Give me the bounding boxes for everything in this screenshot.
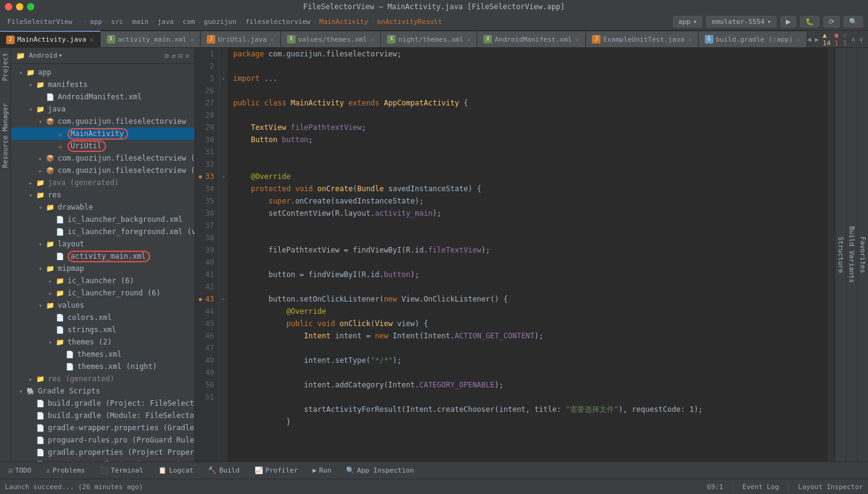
sync-icon[interactable]: ⇄ — [171, 51, 175, 60]
tab-close-icon[interactable]: ✕ — [575, 36, 579, 43]
favorites-tab[interactable]: Favorites — [857, 48, 868, 462]
terminal-btn[interactable]: ⬛ Terminal — [96, 465, 147, 476]
tab-values-themes[interactable]: X values/themes.xml ✕ — [281, 31, 382, 47]
tab-night-themes[interactable]: X night/themes.xml ✕ — [381, 31, 477, 47]
tree-item-values[interactable]: ▾ 📁 values — [11, 299, 194, 311]
logcat-btn[interactable]: 📋 Logcat — [155, 465, 198, 476]
search-button[interactable]: 🔍 — [843, 16, 863, 28]
todo-btn[interactable]: ☑ TODO — [5, 465, 35, 476]
structure-tab[interactable]: Structure — [835, 48, 846, 462]
project-tab[interactable]: Project — [0, 48, 10, 86]
app-inspection-btn[interactable]: 🔍 App Inspection — [342, 465, 418, 476]
fold-onclick[interactable]: ▾ — [220, 293, 228, 305]
tab-uriutil[interactable]: J UriUtil.java ✕ — [201, 31, 281, 47]
cog-icon[interactable]: ⚙ — [164, 51, 169, 60]
tree-item-build-gradle-project[interactable]: 📄 build.gradle (Project: FileSelectorVie — [11, 397, 194, 409]
tab-close-icon[interactable]: ✕ — [271, 36, 274, 43]
tree-item-java[interactable]: ▾ 📁 java — [11, 103, 194, 115]
build-btn[interactable]: 🔨 Build — [204, 465, 243, 476]
tree-item-colors[interactable]: 📄 colors.xml — [11, 311, 194, 324]
tree-item-ic-background[interactable]: 📄 ic_launcher_background.xml — [11, 213, 194, 226]
breadcrumb-mainactivity[interactable]: MainActivity — [320, 18, 368, 26]
tree-item-themes-xml[interactable]: 📄 themes.xml — [11, 348, 194, 360]
code-content[interactable]: package com.guozijun.fileselectorview; i… — [228, 48, 828, 462]
resource-manager-tab[interactable]: Resource Manager — [0, 98, 10, 173]
tree-item-mipmap[interactable]: ▾ 📁 mipmap — [11, 262, 194, 275]
tree-item-gradle-wrapper[interactable]: 📄 gradle-wrapper.properties (Gradle V — [11, 422, 194, 434]
tree-item-ic-launcher[interactable]: ▸ 📁 ic_launcher (6) — [11, 275, 194, 287]
breadcrumb-java[interactable]: java — [158, 18, 174, 26]
expand-icon[interactable]: ∨ — [859, 36, 863, 44]
tree-item-proguard[interactable]: 📄 proguard-rules.pro (ProGuard Rules — [11, 434, 194, 446]
tree-item-gradle-properties[interactable]: 📄 gradle.properties (Project Properties — [11, 446, 194, 458]
tree-item-package-te[interactable]: ▸ 📦 com.guozijun.fileselectorview (te — [11, 164, 194, 177]
tab-exampleunit[interactable]: J ExampleUnitTest.java ✕ — [586, 31, 698, 47]
tab-close-icon[interactable]: ✕ — [190, 36, 194, 43]
tree-item-res[interactable]: ▾ 📁 res — [11, 189, 194, 201]
emulator-dropdown[interactable]: emulator-5554 ▾ — [706, 16, 777, 28]
scroll-gutter[interactable] — [828, 48, 835, 462]
tree-item-manifests[interactable]: ▾ 📁 manifests — [11, 78, 194, 91]
breadcrumb-main[interactable]: main — [133, 18, 149, 26]
tree-item-activity-main[interactable]: 📄 activity_main.xml — [11, 250, 194, 262]
profiler-btn[interactable]: 📈 Profiler — [251, 465, 302, 476]
tab-scroll-left[interactable]: ◀ — [807, 36, 812, 44]
tree-item-layout[interactable]: ▾ 📁 layout — [11, 238, 194, 250]
tab-close-icon[interactable]: ✕ — [797, 36, 801, 43]
tree-item-package-an[interactable]: ▸ 📦 com.guozijun.fileselectorview (an — [11, 152, 194, 164]
tree-item-ic-launcher-round[interactable]: ▸ 📁 ic_launcher_round (6) — [11, 287, 194, 299]
tree-view[interactable]: ▾ 📁 app ▾ 📁 manifests 📄 AndroidManifest.… — [11, 64, 194, 462]
project-selector[interactable]: Android ▾ — [29, 51, 63, 59]
tab-mainactivity[interactable]: J MainActivity.java ✕ — [0, 31, 101, 47]
breadcrumb-method[interactable]: onActivityResult — [377, 18, 442, 26]
tab-values-themes-label: values/themes.xml — [298, 36, 367, 44]
tree-item-strings[interactable]: 📄 strings.xml — [11, 324, 194, 336]
tree-item-mainactivity[interactable]: ☕ MainActivity — [11, 127, 194, 140]
tree-item-drawable[interactable]: ▾ 📁 drawable — [11, 201, 194, 213]
tree-label-manifests: manifests — [48, 80, 88, 89]
nav-app-name[interactable]: FileSelectorView — [5, 17, 75, 27]
breadcrumb-com[interactable]: com — [183, 18, 195, 26]
run-btn[interactable]: ▶ Run — [309, 465, 336, 476]
tab-close-icon[interactable]: ✕ — [90, 36, 94, 43]
tree-item-java-generated[interactable]: ▸ 📁 java (generated) — [11, 177, 194, 189]
close-panel-icon[interactable]: ✕ — [185, 51, 190, 60]
maximize-button[interactable] — [27, 3, 34, 10]
event-log-btn[interactable]: Event Log — [742, 483, 779, 491]
run-config-dropdown[interactable]: app ▾ — [673, 16, 703, 28]
tree-item-app[interactable]: ▾ 📁 app — [11, 66, 194, 78]
tab-build-gradle[interactable]: G build.gradle (:app) ✕ — [699, 31, 807, 47]
xml-file-icon: 📄 — [45, 92, 55, 102]
tab-androidmanifest[interactable]: X AndroidManifest.xml ✕ — [477, 31, 586, 47]
breadcrumb-app[interactable]: app — [90, 18, 102, 26]
fold-import[interactable]: ▸ — [220, 72, 228, 85]
tree-item-androidmanifest[interactable]: 📄 AndroidManifest.xml — [11, 91, 194, 103]
tab-activity-main-xml[interactable]: X activity_main.xml ✕ — [101, 31, 201, 47]
run-button[interactable]: ▶ — [780, 16, 796, 28]
tree-item-res-generated[interactable]: ▸ 📁 res (generated) — [11, 373, 194, 385]
breadcrumb-guozijun[interactable]: guozijun — [204, 18, 236, 26]
build-variants-tab[interactable]: Build Variants — [846, 48, 857, 462]
close-button[interactable] — [5, 3, 12, 10]
sync-button[interactable]: ⟳ — [823, 16, 840, 28]
tree-item-themes-xml-night[interactable]: 📄 themes.xml (night) — [11, 360, 194, 373]
tree-item-gradle-scripts[interactable]: ▾ 🐘 Gradle Scripts — [11, 385, 194, 397]
problems-btn[interactable]: ⚠ Problems — [42, 465, 89, 476]
tree-item-build-gradle-module[interactable]: 📄 build.gradle (Module: FileSelectorVie — [11, 409, 194, 422]
tree-item-uriutil[interactable]: ☕ UriUtil — [11, 140, 194, 152]
tab-close-icon[interactable]: ✕ — [688, 36, 692, 43]
collapse-tree-icon[interactable]: ⊟ — [179, 51, 183, 60]
tree-item-themes-folder[interactable]: ▾ 📁 themes (2) — [11, 336, 194, 348]
tree-item-ic-foreground[interactable]: 📄 ic_launcher_foreground.xml (v — [11, 226, 194, 238]
breadcrumb-fileselectorview[interactable]: fileselectorview — [245, 18, 310, 26]
tab-close-icon[interactable]: ✕ — [467, 36, 470, 43]
breadcrumb-src[interactable]: src — [111, 18, 123, 26]
tree-item-package[interactable]: ▾ 📦 com.guozijun.fileselectorview — [11, 115, 194, 127]
fold-oncreate[interactable]: ▾ — [220, 170, 228, 183]
layout-inspector-btn[interactable]: Layout Inspector — [798, 483, 863, 491]
tab-close-icon[interactable]: ✕ — [371, 36, 374, 43]
debug-button[interactable]: 🐛 — [800, 16, 820, 28]
minimize-button[interactable] — [16, 3, 23, 10]
tab-scroll-right[interactable]: ▶ — [815, 36, 819, 44]
collapse-icon[interactable]: ∧ — [851, 36, 856, 44]
